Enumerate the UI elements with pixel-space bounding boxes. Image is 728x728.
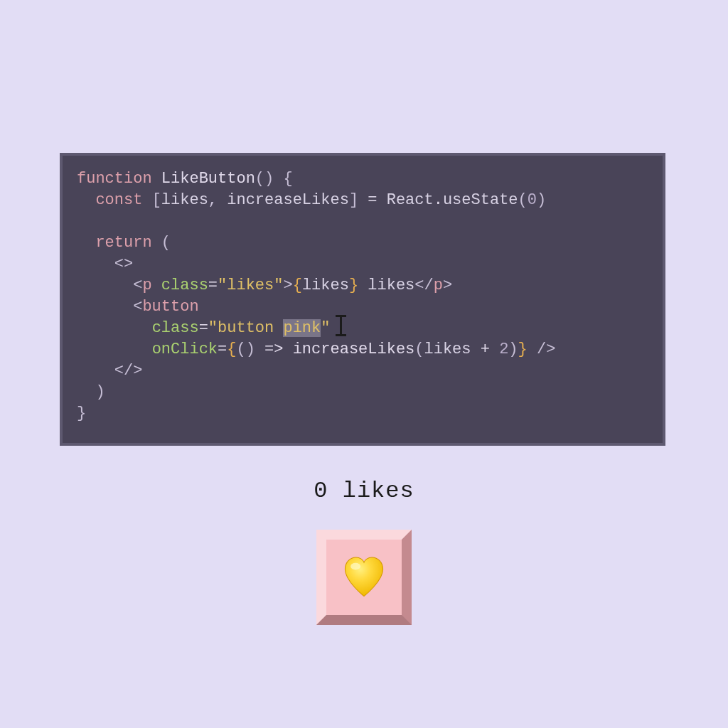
- like-button[interactable]: [316, 530, 412, 625]
- var-setter: increaseLikes: [227, 191, 349, 209]
- selection: p: [283, 319, 292, 337]
- str-likes: "likes": [218, 277, 283, 294]
- code-editor[interactable]: function LikeButton() { const [likes, in…: [60, 153, 665, 446]
- text-likes: likes: [358, 277, 414, 294]
- keyword-return: return: [95, 234, 151, 252]
- var-likes: likes: [161, 191, 208, 209]
- react: React: [387, 191, 434, 209]
- jsx-likes: likes: [302, 277, 349, 294]
- likes-count-label: 0 likes: [0, 478, 728, 504]
- call-increaselikes: increaseLikes: [293, 341, 415, 358]
- likes-count: 0: [314, 478, 328, 504]
- attr-onclick: onClick: [152, 341, 218, 358]
- keyword-const: const: [95, 191, 142, 209]
- heart-icon: [339, 552, 389, 602]
- fragment-open: <>: [114, 255, 133, 273]
- keyword-function: function: [77, 170, 152, 188]
- tag-p: p: [142, 277, 151, 294]
- usestate: useState: [443, 191, 518, 209]
- num-zero: 0: [528, 191, 537, 209]
- attr-class: class: [152, 319, 199, 337]
- arrow: =>: [255, 341, 293, 358]
- brace: {: [274, 170, 292, 188]
- attr-class: class: [161, 277, 208, 294]
- num-two: 2: [499, 341, 508, 358]
- tag-button: button: [142, 298, 198, 316]
- self-close: />: [528, 341, 556, 358]
- brace-close: }: [77, 405, 86, 422]
- svg-point-0: [350, 563, 360, 570]
- function-name: LikeButton: [161, 170, 255, 188]
- fragment-close: </>: [114, 362, 143, 380]
- rbracket: ]: [349, 191, 358, 209]
- lbracket: [: [152, 191, 161, 209]
- indent: [77, 191, 95, 209]
- likes-word: likes: [328, 478, 414, 504]
- parens: (): [255, 170, 274, 188]
